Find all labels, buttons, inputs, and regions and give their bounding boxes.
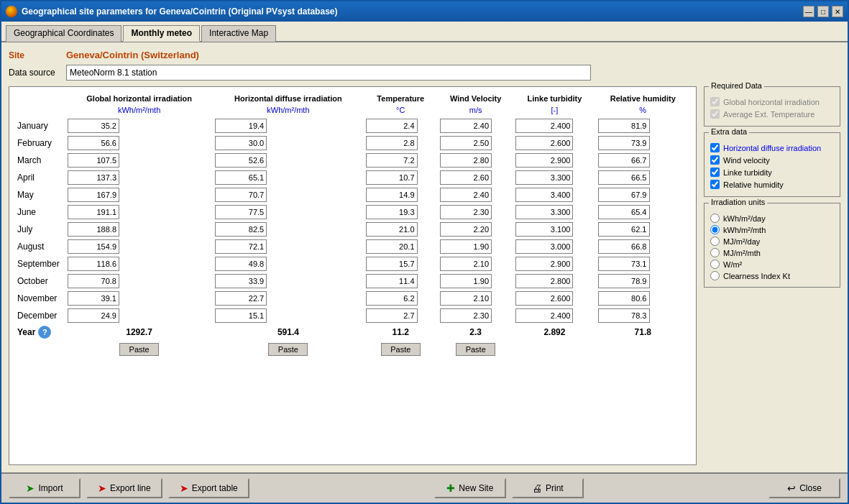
radio-w-m2-input[interactable] <box>710 260 720 269</box>
input-linke-10[interactable] <box>515 291 573 306</box>
input-ghi-7[interactable] <box>68 239 119 254</box>
input-rh-2[interactable] <box>598 153 650 168</box>
input-ghi-3[interactable] <box>68 170 119 185</box>
input-temp-9[interactable] <box>366 274 418 288</box>
input-hdi-4[interactable] <box>215 188 267 202</box>
input-wind-3[interactable] <box>440 170 492 185</box>
export-table-button[interactable]: ➤ Export table <box>168 478 249 498</box>
input-hdi-8[interactable] <box>215 257 267 271</box>
input-temp-3[interactable] <box>366 170 418 185</box>
input-temp-2[interactable] <box>366 153 418 168</box>
input-wind-9[interactable] <box>440 274 492 288</box>
input-hdi-5[interactable] <box>215 205 267 219</box>
input-temp-5[interactable] <box>366 205 418 219</box>
checkbox-rh-extra[interactable]: Relative humidity <box>710 180 834 189</box>
checkbox-linke-extra-input[interactable] <box>710 168 720 177</box>
input-wind-4[interactable] <box>440 188 492 202</box>
input-ghi-11[interactable] <box>68 308 119 323</box>
radio-mj-mth-input[interactable] <box>710 248 720 257</box>
input-temp-1[interactable] <box>366 136 418 150</box>
input-hdi-10[interactable] <box>215 291 267 306</box>
paste-hdi-button[interactable]: Paste <box>268 343 308 356</box>
window-controls[interactable]: — □ ✕ <box>803 6 843 17</box>
input-hdi-11[interactable] <box>215 308 267 323</box>
input-rh-0[interactable] <box>598 119 650 133</box>
input-wind-2[interactable] <box>440 153 492 168</box>
input-wind-8[interactable] <box>440 257 492 271</box>
input-ghi-0[interactable] <box>68 119 119 133</box>
input-linke-2[interactable] <box>515 153 573 168</box>
checkbox-wind-extra[interactable]: Wind velocity <box>710 155 834 165</box>
input-ghi-6[interactable] <box>68 222 119 237</box>
paste-temp-button[interactable]: Paste <box>381 343 421 356</box>
radio-kwh-day-input[interactable] <box>710 214 720 223</box>
input-rh-3[interactable] <box>598 170 650 185</box>
input-temp-11[interactable] <box>366 308 418 323</box>
input-temp-0[interactable] <box>366 119 418 133</box>
input-wind-6[interactable] <box>440 222 492 237</box>
checkbox-rh-extra-input[interactable] <box>710 180 720 189</box>
input-linke-1[interactable] <box>515 136 573 150</box>
input-linke-5[interactable] <box>515 205 573 219</box>
radio-w-m2[interactable]: W/m² <box>710 260 834 269</box>
input-ghi-10[interactable] <box>68 291 119 306</box>
input-wind-1[interactable] <box>440 136 492 150</box>
input-rh-6[interactable] <box>598 222 650 237</box>
input-rh-11[interactable] <box>598 308 650 323</box>
input-linke-9[interactable] <box>515 274 573 288</box>
input-ghi-2[interactable] <box>68 153 119 168</box>
maximize-button[interactable]: □ <box>817 6 829 17</box>
checkbox-linke-extra[interactable]: Linke turbidity <box>710 168 834 177</box>
input-temp-8[interactable] <box>366 257 418 271</box>
input-rh-8[interactable] <box>598 257 650 271</box>
input-linke-4[interactable] <box>515 188 573 202</box>
input-linke-7[interactable] <box>515 239 573 254</box>
import-button[interactable]: ➤ Import <box>9 478 81 498</box>
input-ghi-1[interactable] <box>68 136 119 150</box>
close-button-bottom[interactable]: ↩ Close <box>768 478 840 498</box>
checkbox-wind-extra-input[interactable] <box>710 155 720 165</box>
input-wind-10[interactable] <box>440 291 492 306</box>
radio-clearness-input[interactable] <box>710 271 720 280</box>
print-button[interactable]: 🖨 Print <box>512 478 584 498</box>
input-ghi-4[interactable] <box>68 188 119 202</box>
input-wind-11[interactable] <box>440 308 492 323</box>
radio-kwh-mth[interactable]: kWh/m²/mth <box>710 225 834 234</box>
checkbox-hdi-extra-input[interactable] <box>710 143 720 152</box>
input-hdi-7[interactable] <box>215 239 267 254</box>
export-line-button[interactable]: ➤ Export line <box>86 478 162 498</box>
input-rh-4[interactable] <box>598 188 650 202</box>
input-hdi-6[interactable] <box>215 222 267 237</box>
input-hdi-0[interactable] <box>215 119 267 133</box>
input-rh-1[interactable] <box>598 136 650 150</box>
paste-wind-button[interactable]: Paste <box>456 343 495 356</box>
input-hdi-3[interactable] <box>215 170 267 185</box>
input-linke-8[interactable] <box>515 257 573 271</box>
radio-clearness[interactable]: Clearness Index Kt <box>710 271 834 280</box>
tab-interactive-map[interactable]: Interactive Map <box>201 25 276 42</box>
input-temp-6[interactable] <box>366 222 418 237</box>
input-wind-5[interactable] <box>440 205 492 219</box>
input-rh-10[interactable] <box>598 291 650 306</box>
input-rh-7[interactable] <box>598 239 650 254</box>
input-linke-6[interactable] <box>515 222 573 237</box>
input-ghi-9[interactable] <box>68 274 119 288</box>
radio-mj-mth[interactable]: MJ/m²/mth <box>710 248 834 257</box>
input-hdi-1[interactable] <box>215 136 267 150</box>
checkbox-hdi-extra[interactable]: Horizontal diffuse irradiation <box>710 143 834 152</box>
radio-mj-day-input[interactable] <box>710 237 720 246</box>
paste-ghi-button[interactable]: Paste <box>119 343 159 356</box>
input-temp-7[interactable] <box>366 239 418 254</box>
year-help-button[interactable]: ? <box>38 326 51 339</box>
minimize-button[interactable]: — <box>803 6 814 17</box>
input-rh-5[interactable] <box>598 205 650 219</box>
datasource-input[interactable] <box>66 65 591 81</box>
radio-kwh-day[interactable]: kWh/m²/day <box>710 214 834 223</box>
input-temp-10[interactable] <box>366 291 418 306</box>
input-wind-7[interactable] <box>440 239 492 254</box>
input-temp-4[interactable] <box>366 188 418 202</box>
input-ghi-8[interactable] <box>68 257 119 271</box>
tab-geographical-coordinates[interactable]: Geographical Coordinates <box>6 25 121 42</box>
close-button[interactable]: ✕ <box>832 6 843 17</box>
input-linke-11[interactable] <box>515 308 573 323</box>
